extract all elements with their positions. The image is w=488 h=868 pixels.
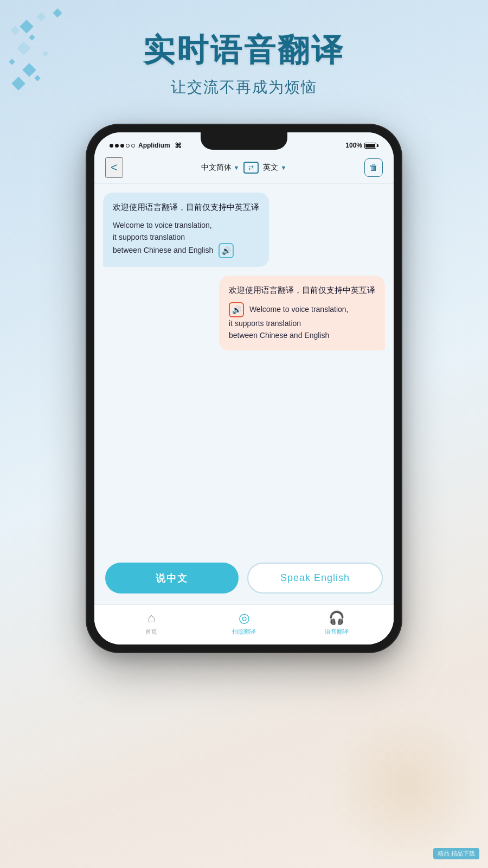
signal-dot-2 bbox=[115, 144, 119, 148]
swap-icon: ⇄ bbox=[248, 164, 254, 171]
watermark-text: 精品下载 bbox=[451, 850, 475, 857]
clear-button[interactable]: 🗑 bbox=[364, 158, 383, 177]
phone-wrapper: Applidium ⌘ 11:27 AM 100% < bbox=[87, 125, 401, 652]
status-right: 100% bbox=[345, 142, 378, 149]
notch bbox=[201, 132, 287, 150]
battery-tip bbox=[377, 144, 378, 147]
phone-frame: Applidium ⌘ 11:27 AM 100% < bbox=[87, 125, 401, 652]
battery-fill bbox=[365, 144, 375, 148]
tab-photo-label: 拍照翻译 bbox=[232, 628, 256, 636]
watermark-logo: 精品 bbox=[438, 850, 450, 857]
main-title: 实时语音翻译 bbox=[0, 33, 488, 67]
back-button[interactable]: < bbox=[105, 157, 123, 178]
phone-screen: Applidium ⌘ 11:27 AM 100% < bbox=[94, 132, 394, 644]
tab-bar: ⌂ 首页 ◎ 拍照翻译 🎧 语音翻译 bbox=[94, 604, 394, 644]
tab-home-label: 首页 bbox=[145, 628, 157, 636]
carrier-name: Applidium bbox=[138, 142, 170, 149]
signal-dot-4 bbox=[126, 144, 130, 148]
wifi-icon: ⌘ bbox=[175, 142, 182, 150]
home-icon: ⌂ bbox=[147, 610, 156, 626]
signal-dot-5 bbox=[131, 144, 135, 148]
nav-bar: < 中文简体 ▼ ⇄ 英文 ▼ 🗑 bbox=[94, 153, 394, 184]
tab-voice-label: 语音翻译 bbox=[325, 628, 349, 636]
target-language-label: 英文 bbox=[263, 163, 278, 173]
swap-languages-button[interactable]: ⇄ bbox=[243, 162, 259, 174]
battery-icon bbox=[364, 143, 378, 149]
source-language-label: 中文简体 bbox=[201, 163, 232, 173]
chat-area: 欢迎使用语言翻译，目前仅支持中英互译 Welcome to voice tran… bbox=[94, 184, 394, 553]
tab-voice[interactable]: 🎧 语音翻译 bbox=[290, 610, 383, 636]
sub-title: 让交流不再成为烦恼 bbox=[0, 77, 488, 98]
target-language-selector[interactable]: 英文 ▼ bbox=[263, 163, 286, 173]
action-buttons: 说中文 Speak English bbox=[94, 553, 394, 604]
right-bubble-chinese: 欢迎使用语言翻译，目前仅支持中英互译 bbox=[229, 284, 375, 297]
signal-dot-3 bbox=[120, 144, 124, 148]
right-audio-play-button[interactable]: 🔊 bbox=[229, 302, 244, 317]
left-bubble-chinese: 欢迎使用语言翻译，目前仅支持中英互译 bbox=[113, 201, 259, 214]
source-language-selector[interactable]: 中文简体 ▼ bbox=[201, 163, 240, 173]
target-language-dropdown-icon: ▼ bbox=[280, 164, 286, 171]
top-section: 实时语音翻译 让交流不再成为烦恼 bbox=[0, 0, 488, 98]
status-left: Applidium ⌘ bbox=[110, 142, 182, 150]
tab-photo[interactable]: ◎ 拍照翻译 bbox=[198, 610, 291, 636]
signal-dots bbox=[110, 144, 135, 148]
tab-home[interactable]: ⌂ 首页 bbox=[105, 610, 198, 636]
signal-dot-1 bbox=[110, 144, 113, 148]
watermark: 精品 精品下载 bbox=[433, 848, 479, 859]
left-bubble-english: Welcome to voice translation,it supports… bbox=[113, 219, 259, 259]
nav-center: 中文简体 ▼ ⇄ 英文 ▼ bbox=[201, 162, 287, 174]
headset-icon: 🎧 bbox=[329, 610, 345, 626]
message-bubble-left: 欢迎使用语言翻译，目前仅支持中英互译 Welcome to voice tran… bbox=[103, 193, 269, 267]
battery-percentage: 100% bbox=[345, 142, 362, 149]
source-language-dropdown-icon: ▼ bbox=[234, 164, 240, 171]
battery-body bbox=[364, 143, 376, 149]
message-bubble-right: 欢迎使用语言翻译，目前仅支持中英互译 🔊 Welcome to voice tr… bbox=[219, 276, 385, 350]
speak-english-button[interactable]: Speak English bbox=[247, 563, 383, 593]
right-bubble-english: 🔊 Welcome to voice translation,it suppor… bbox=[229, 302, 375, 342]
trash-icon: 🗑 bbox=[369, 163, 378, 173]
camera-icon: ◎ bbox=[239, 610, 250, 626]
speak-chinese-button[interactable]: 说中文 bbox=[105, 563, 239, 593]
left-audio-play-button[interactable]: 🔊 bbox=[219, 243, 234, 258]
